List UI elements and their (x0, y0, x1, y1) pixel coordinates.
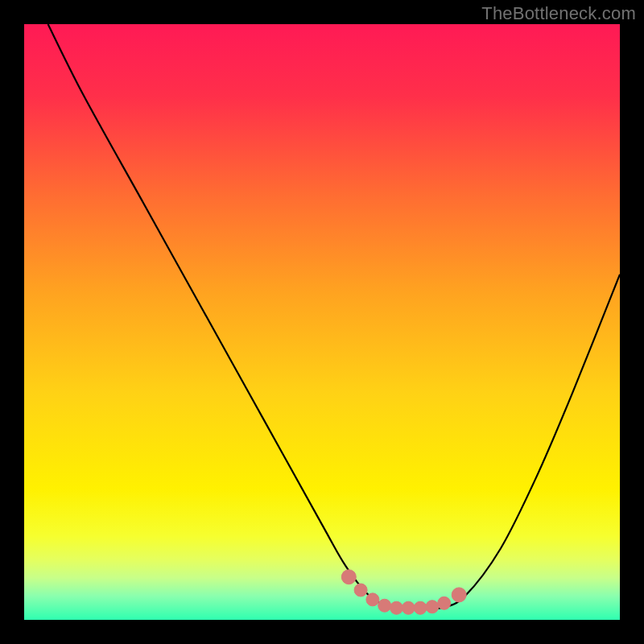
optimal-marker (378, 599, 391, 612)
optimal-marker (390, 601, 403, 614)
optimal-marker (438, 597, 451, 609)
plot-area (24, 24, 620, 620)
optimal-marker (414, 601, 427, 614)
chart-svg (24, 24, 620, 620)
optimal-marker (341, 570, 356, 584)
optimal-marker (402, 601, 415, 614)
optimal-marker (366, 593, 379, 606)
gradient-background (24, 24, 620, 620)
optimal-marker (452, 588, 466, 602)
optimal-marker (354, 584, 367, 597)
attribution-text: TheBottleneck.com (481, 3, 636, 24)
chart-frame: TheBottleneck.com (0, 0, 644, 644)
optimal-marker (426, 601, 439, 613)
